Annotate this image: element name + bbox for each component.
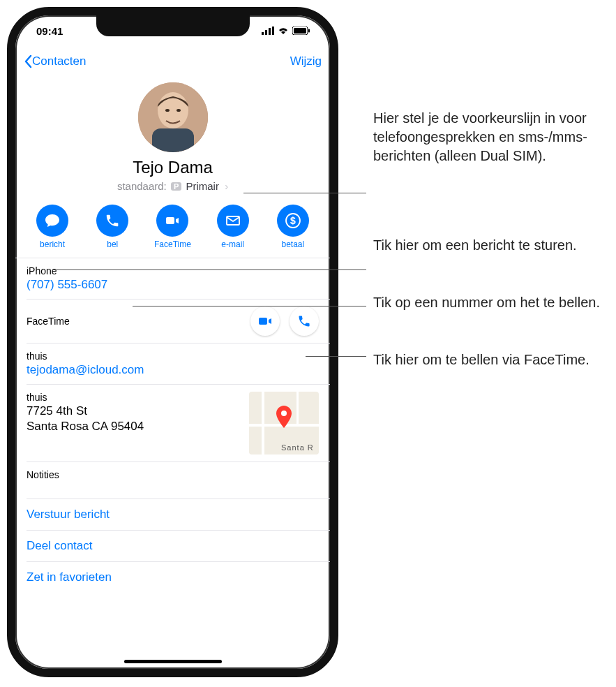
call-label: bel: [91, 239, 133, 249]
callout-default-line: Hier stel je de voorkeurslijn in voor te…: [373, 109, 607, 165]
send-message-link[interactable]: Verstuur bericht: [15, 499, 330, 530]
svg-text:$: $: [290, 215, 296, 226]
callout-leader: [53, 269, 366, 270]
svg-rect-12: [166, 217, 174, 224]
edit-label: Wijzig: [290, 54, 322, 68]
svg-rect-5: [294, 28, 306, 34]
message-button[interactable]: bericht: [31, 205, 73, 249]
map-city-label: Santa R: [281, 443, 314, 452]
home-indicator[interactable]: [124, 660, 222, 663]
svg-rect-6: [308, 29, 310, 32]
phone-icon: [297, 314, 311, 328]
notes-field[interactable]: Notities: [15, 462, 330, 498]
phone-icon: [105, 213, 120, 228]
notes-label: Notities: [27, 469, 319, 480]
svg-rect-0: [262, 32, 264, 35]
email-field-label: thuis: [27, 350, 319, 362]
address-field[interactable]: thuis 7725 4th St Santa Rosa CA 95404 Sa…: [15, 385, 330, 461]
default-line-button[interactable]: standaard: P Primair ›: [15, 180, 330, 192]
contact-name: Tejo Dama: [15, 158, 330, 177]
battery-icon: [292, 25, 310, 37]
address-line1: 7725 4th St: [27, 404, 144, 418]
video-icon: [257, 313, 273, 330]
svg-point-17: [281, 411, 287, 416]
phone-label: iPhone: [27, 265, 319, 276]
callout-leader: [306, 356, 366, 357]
message-icon: [44, 212, 61, 229]
call-button[interactable]: bel: [91, 205, 133, 249]
status-time: 09:41: [36, 25, 63, 37]
address-label: thuis: [27, 392, 144, 403]
callout-leader: [133, 306, 366, 306]
status-icons: [262, 25, 310, 37]
message-label: bericht: [31, 239, 73, 249]
avatar[interactable]: [138, 82, 208, 152]
svg-point-9: [165, 109, 170, 112]
cellular-icon: [262, 25, 274, 37]
facetime-row-label: FaceTime: [27, 316, 70, 327]
address-line2: Santa Rosa CA 95404: [27, 420, 144, 434]
email-button[interactable]: e-mail: [212, 205, 254, 249]
sim-badge-icon: P: [171, 182, 181, 191]
facetime-video-button[interactable]: [250, 306, 280, 336]
pay-button[interactable]: $ betaal: [272, 205, 314, 249]
wifi-icon: [278, 25, 289, 37]
phone-field[interactable]: iPhone (707) 555-6607: [15, 258, 330, 299]
action-row: bericht bel FaceTime e-mail $ betaal: [15, 196, 330, 258]
facetime-label: FaceTime: [151, 239, 193, 249]
add-favorite-label: Zet in favorieten: [27, 570, 112, 584]
default-line-label: standaard:: [117, 180, 167, 192]
email-value[interactable]: tejodama@icloud.com: [27, 363, 319, 377]
pay-label: betaal: [272, 239, 314, 249]
svg-rect-2: [269, 28, 271, 35]
dollar-icon: $: [285, 212, 301, 229]
back-label: Contacten: [32, 54, 87, 68]
email-field[interactable]: thuis tejodama@icloud.com: [15, 344, 330, 384]
phone-frame: 09:41 Contacten Wijzig Tejo Dama sta: [7, 7, 338, 677]
callout-phone: Tik op een nummer om het te bellen.: [373, 293, 600, 312]
contact-header: Tejo Dama standaard: P Primair ›: [15, 77, 330, 196]
svg-point-10: [176, 109, 181, 112]
share-contact-label: Deel contact: [27, 539, 93, 552]
callout-message: Tik hier om een bericht te sturen.: [373, 236, 577, 255]
svg-rect-1: [265, 30, 267, 35]
map-thumbnail[interactable]: Santa R: [249, 392, 319, 455]
chevron-left-icon: [24, 54, 32, 68]
callout-facetime: Tik hier om te bellen via FaceTime.: [373, 350, 589, 369]
email-label: e-mail: [212, 239, 254, 249]
facetime-button[interactable]: FaceTime: [151, 205, 193, 249]
nav-bar: Contacten Wijzig: [15, 46, 330, 77]
share-contact-link[interactable]: Deel contact: [15, 531, 330, 561]
edit-button[interactable]: Wijzig: [290, 54, 322, 68]
default-line-value: Primair: [186, 180, 219, 192]
back-button[interactable]: Contacten: [24, 54, 87, 68]
add-favorite-link[interactable]: Zet in favorieten: [15, 562, 330, 593]
envelope-icon: [225, 212, 241, 229]
phone-number[interactable]: (707) 555-6607: [27, 278, 319, 292]
facetime-audio-button[interactable]: [290, 306, 319, 336]
svg-rect-11: [152, 128, 194, 152]
svg-rect-16: [259, 318, 267, 325]
svg-rect-3: [272, 27, 274, 35]
callout-leader: [243, 193, 366, 193]
video-icon: [164, 212, 181, 229]
map-pin-icon: [276, 406, 292, 428]
send-message-label: Verstuur bericht: [27, 508, 110, 521]
chevron-right-icon: ›: [225, 180, 228, 192]
notch: [96, 15, 250, 36]
